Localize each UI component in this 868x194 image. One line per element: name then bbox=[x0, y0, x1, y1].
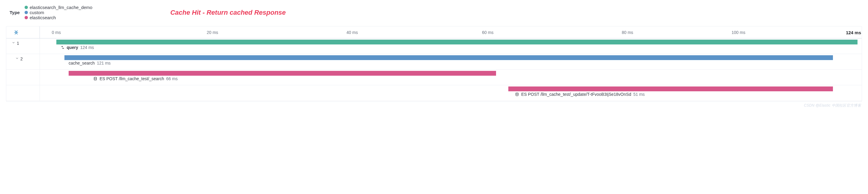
chevron-down-icon bbox=[15, 56, 19, 60]
axis-tick: 40 ms bbox=[346, 30, 358, 35]
axis-tick: 20 ms bbox=[207, 30, 218, 35]
span-row[interactable]: 1query124 ms bbox=[6, 38, 862, 54]
axis-toggle[interactable] bbox=[6, 26, 40, 38]
db-icon bbox=[515, 92, 519, 96]
axis-ticks: 100 ms80 ms60 ms40 ms20 ms0 ms 124 ms bbox=[40, 26, 862, 38]
span-label: query124 ms bbox=[61, 45, 94, 50]
span-name: ES POST /llm_cache_test/_update/T-tFvooB… bbox=[521, 92, 631, 97]
span-row[interactable]: 2cache_search121 ms bbox=[6, 54, 862, 70]
waterfall-frame: 100 ms80 ms60 ms40 ms20 ms0 ms 124 ms 1q… bbox=[6, 26, 862, 102]
db-icon bbox=[93, 77, 97, 81]
span-bar[interactable] bbox=[64, 55, 833, 60]
legend-dot-icon bbox=[25, 6, 28, 9]
svg-point-2 bbox=[516, 93, 518, 94]
legend-label: elasticsearch_llm_cache_demo bbox=[30, 5, 92, 10]
span-bar[interactable] bbox=[56, 39, 858, 45]
row-toggle[interactable]: 2 bbox=[6, 54, 40, 70]
row-toggle bbox=[6, 85, 40, 101]
legend-label: elasticsearch bbox=[30, 15, 56, 20]
request-icon bbox=[61, 45, 65, 50]
svg-point-1 bbox=[94, 77, 96, 78]
span-duration: 66 ms bbox=[166, 76, 178, 81]
span-row[interactable]: ES POST /llm_cache_test/_search66 ms bbox=[6, 70, 862, 85]
axis-tick: 0 ms bbox=[52, 30, 61, 35]
span-label: ES POST /llm_cache_test/_search66 ms bbox=[93, 76, 178, 81]
row-track: query124 ms bbox=[40, 38, 862, 54]
span-duration: 51 ms bbox=[633, 92, 645, 97]
span-bar[interactable] bbox=[508, 86, 833, 91]
axis-tick: 100 ms bbox=[732, 30, 745, 35]
span-bar[interactable] bbox=[69, 71, 496, 76]
span-duration: 124 ms bbox=[80, 45, 94, 50]
legend-dot-icon bbox=[25, 16, 28, 19]
legend-item[interactable]: custom bbox=[25, 10, 92, 15]
span-name: query bbox=[67, 45, 78, 50]
span-duration: 121 ms bbox=[97, 61, 111, 65]
row-track: ES POST /llm_cache_test/_update/T-tFvooB… bbox=[40, 85, 862, 101]
legend-item[interactable]: elasticsearch_llm_cache_demo bbox=[25, 5, 92, 10]
span-label: ES POST /llm_cache_test/_update/T-tFvooB… bbox=[515, 92, 645, 97]
axis-tick: 60 ms bbox=[482, 30, 493, 35]
legend-dot-icon bbox=[25, 11, 28, 14]
span-row[interactable]: ES POST /llm_cache_test/_update/T-tFvooB… bbox=[6, 85, 862, 101]
page-title: Cache Hit - Return cached Response bbox=[170, 9, 286, 17]
row-track: cache_search121 ms bbox=[40, 54, 862, 70]
row-track: ES POST /llm_cache_test/_search66 ms bbox=[40, 70, 862, 85]
span-name: ES POST /llm_cache_test/_search bbox=[99, 76, 164, 81]
legend-item[interactable]: elasticsearch bbox=[25, 15, 92, 20]
time-axis: 100 ms80 ms60 ms40 ms20 ms0 ms 124 ms bbox=[6, 26, 862, 38]
row-index: 1 bbox=[17, 41, 19, 46]
legend-header: Type elasticsearch_llm_cache_demo custom… bbox=[6, 4, 862, 26]
row-toggle bbox=[6, 70, 40, 85]
row-index: 2 bbox=[20, 56, 23, 61]
legend-label: custom bbox=[30, 10, 44, 15]
legend-title: Type bbox=[9, 10, 20, 15]
span-name: cache_search bbox=[69, 61, 95, 65]
collapse-all-icon bbox=[13, 30, 19, 35]
chevron-down-icon bbox=[12, 41, 15, 45]
watermark: CSDN @Elastic 中国社区官方博客 bbox=[804, 103, 861, 108]
row-toggle[interactable]: 1 bbox=[6, 38, 40, 54]
axis-total: 124 ms bbox=[846, 30, 862, 35]
axis-tick: 80 ms bbox=[622, 30, 633, 35]
span-rows: 1query124 ms2cache_search121 msES POST /… bbox=[6, 38, 862, 101]
span-label: cache_search121 ms bbox=[69, 61, 111, 65]
